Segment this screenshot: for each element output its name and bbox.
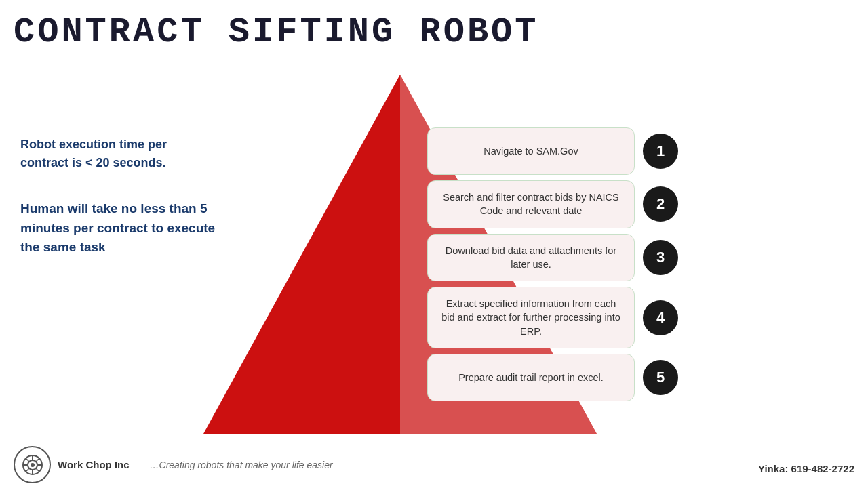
logo-icon xyxy=(20,453,45,477)
footer: Work Chop Inc …Creating robots that make… xyxy=(0,441,868,488)
badge-1: 1 xyxy=(643,134,678,169)
stat-text-2: Human will take no less than 5 minutes p… xyxy=(20,199,217,258)
left-panel: Robot execution time per contract is < 2… xyxy=(20,136,217,285)
stat-text-1: Robot execution time per contract is < 2… xyxy=(20,136,217,172)
step-box-2: Search and filter contract bids by NAICS… xyxy=(427,180,635,228)
step-box-1: Navigate to SAM.Gov xyxy=(427,127,635,175)
stat-block-1: Robot execution time per contract is < 2… xyxy=(20,136,217,172)
badge-4: 4 xyxy=(643,300,678,336)
badge-2: 2 xyxy=(643,186,678,222)
svg-point-4 xyxy=(31,463,35,467)
svg-line-10 xyxy=(36,468,39,472)
company-name: Work Chop Inc xyxy=(58,459,130,470)
company-logo xyxy=(14,446,51,483)
step-box-4: Extract specified information from each … xyxy=(427,287,635,348)
page-title: CONTRACT SIFTING ROBOT xyxy=(14,12,539,52)
badge-5: 5 xyxy=(643,360,678,395)
badge-3: 3 xyxy=(643,240,678,275)
svg-line-9 xyxy=(26,458,29,462)
step-box-3: Download bid data and attachments for la… xyxy=(427,234,635,282)
stat-block-2: Human will take no less than 5 minutes p… xyxy=(20,199,217,258)
svg-line-12 xyxy=(26,468,29,472)
step-box-5: Prepare audit trail report in excel. xyxy=(427,354,635,401)
svg-line-11 xyxy=(36,458,39,462)
contact-info: Yinka: 619-482-2722 xyxy=(758,463,854,474)
footer-tagline: …Creating robots that make your life eas… xyxy=(150,460,333,470)
